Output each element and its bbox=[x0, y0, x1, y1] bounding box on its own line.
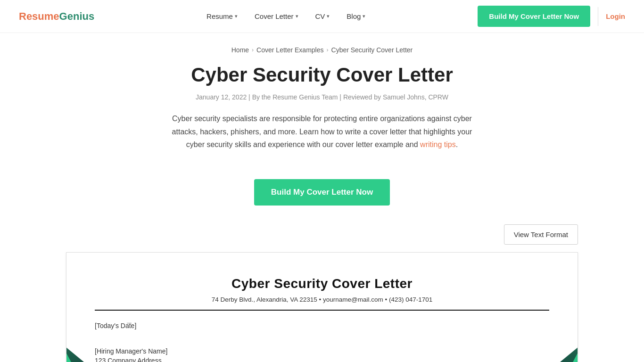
preview-section: View Text Format – Cyber Security Cover … bbox=[0, 224, 644, 362]
doc-divider bbox=[95, 310, 549, 311]
breadcrumb: Home › Cover Letter Examples › Cyber Sec… bbox=[0, 33, 644, 63]
breadcrumb-examples[interactable]: Cover Letter Examples bbox=[256, 46, 323, 54]
nav-item-resume[interactable]: Resume ▾ bbox=[200, 8, 244, 24]
header-right: Build My Cover Letter Now Login bbox=[478, 6, 625, 27]
cover-letter-document: – Cyber Security Cover Letter 74 Derby B… bbox=[66, 252, 578, 362]
page-title: Cyber Security Cover Letter bbox=[94, 63, 550, 87]
nav-label-resume: Resume bbox=[206, 12, 233, 20]
breadcrumb-separator-1: › bbox=[252, 47, 254, 53]
doc-title: Cyber Security Cover Letter bbox=[95, 276, 549, 291]
chevron-down-icon: ▾ bbox=[327, 13, 330, 19]
doc-hiring-manager: [Hiring Manager's Name] bbox=[95, 347, 549, 355]
doc-company-address: 123 Company Address bbox=[95, 357, 549, 362]
writing-tips-link[interactable]: writing tips bbox=[420, 140, 456, 148]
nav-item-cv[interactable]: CV ▾ bbox=[309, 8, 337, 24]
article-header: Cyber Security Cover Letter January 12, … bbox=[0, 63, 644, 179]
header-divider bbox=[598, 7, 598, 26]
site-logo[interactable]: ResumeGenius bbox=[19, 10, 94, 23]
article-description: Cyber security specialists are responsib… bbox=[162, 112, 482, 151]
breadcrumb-current: Cyber Security Cover Letter bbox=[331, 46, 413, 54]
corner-decoration-right bbox=[512, 298, 578, 362]
site-header: ResumeGenius Resume ▾ Cover Letter ▾ CV … bbox=[0, 0, 644, 33]
login-link[interactable]: Login bbox=[606, 12, 625, 20]
doc-contact: 74 Derby Blvd., Alexandria, VA 22315 • y… bbox=[95, 296, 549, 303]
chevron-down-icon: ▾ bbox=[296, 13, 298, 19]
breadcrumb-home[interactable]: Home bbox=[231, 46, 249, 54]
chevron-down-icon: ▾ bbox=[363, 13, 365, 19]
description-text-after: . bbox=[456, 140, 458, 148]
doc-date: [Today's Date] bbox=[95, 322, 549, 329]
view-text-format-button[interactable]: View Text Format bbox=[504, 224, 578, 245]
build-cover-letter-main-button[interactable]: Build My Cover Letter Now bbox=[254, 179, 390, 206]
nav-item-cover-letter[interactable]: Cover Letter ▾ bbox=[248, 8, 305, 24]
corner-decoration-left bbox=[66, 298, 132, 362]
nav-label-cover-letter: Cover Letter bbox=[255, 12, 294, 20]
chevron-down-icon: ▾ bbox=[235, 13, 238, 19]
breadcrumb-separator-2: › bbox=[327, 47, 329, 53]
nav-item-blog[interactable]: Blog ▾ bbox=[340, 8, 372, 24]
main-nav: Resume ▾ Cover Letter ▾ CV ▾ Blog ▾ bbox=[200, 8, 372, 24]
nav-label-blog: Blog bbox=[347, 12, 361, 20]
build-cover-letter-header-button[interactable]: Build My Cover Letter Now bbox=[478, 6, 590, 27]
main-content: Home › Cover Letter Examples › Cyber Sec… bbox=[0, 33, 644, 362]
nav-label-cv: CV bbox=[315, 12, 325, 20]
article-meta: January 12, 2022 | By the Resume Genius … bbox=[94, 93, 550, 101]
logo-genius: Genius bbox=[59, 10, 95, 23]
cta-section: Build My Cover Letter Now bbox=[0, 179, 644, 206]
logo-resume: Resume bbox=[19, 10, 59, 23]
